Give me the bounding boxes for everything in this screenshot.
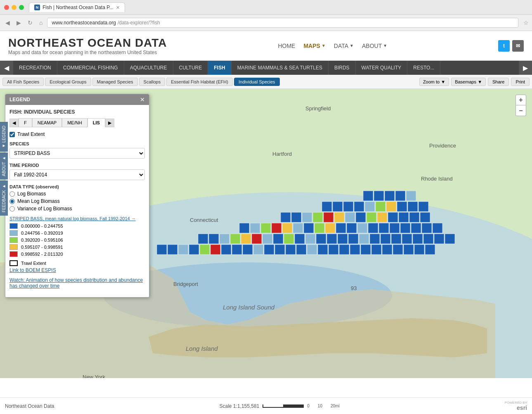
subnav-ecological-groups[interactable]: Ecological Groups: [45, 78, 91, 86]
subnav-scallops[interactable]: Scallops: [139, 78, 166, 86]
about-side-tab[interactable]: ABOUT ►: [0, 152, 8, 179]
svg-rect-29: [377, 212, 387, 222]
radio-variance-log-biomass-input[interactable]: [9, 206, 15, 212]
back-button[interactable]: ◀: [3, 19, 12, 27]
share-button[interactable]: Share: [488, 78, 509, 86]
browser-nav: ◀ ▶ ↻ ⌂ www.northeastoceandata.org /data…: [0, 15, 532, 31]
radio-log-biomass[interactable]: Log Biomass: [9, 191, 145, 197]
footer-site-name: Northeast Ocean Data: [5, 403, 54, 409]
svg-rect-47: [379, 223, 389, 233]
svg-rect-83: [221, 245, 231, 255]
species-label: SPECIES: [9, 141, 145, 146]
print-button[interactable]: Print: [511, 78, 530, 86]
subnav-all-fish[interactable]: All Fish Species: [2, 78, 44, 86]
category-aquaculture[interactable]: AQUACULTURE: [124, 61, 173, 75]
svg-rect-87: [264, 245, 274, 255]
maximize-window-dot[interactable]: [19, 5, 24, 10]
subnav-efh[interactable]: Essential Fish Habitat (EFH): [166, 78, 233, 86]
time-period-select[interactable]: Fall 1992-2014 Spring 1992-2014: [9, 169, 145, 180]
subnav-individual-species[interactable]: Individual Species: [234, 78, 280, 86]
email-icon[interactable]: ✉: [512, 40, 524, 52]
address-bar[interactable]: www.northeastoceandata.org /data-explore…: [47, 18, 518, 28]
category-nav-prev[interactable]: ◀: [0, 61, 13, 75]
browser-tab[interactable]: N Fish | Northeast Ocean Data P... ✕: [29, 2, 125, 12]
legend-color-label-4: 0.595107 - 0.998591: [21, 245, 63, 250]
radio-log-biomass-input[interactable]: [9, 191, 15, 197]
zoom-to-dropdown[interactable]: Zoom to ▼: [419, 78, 449, 86]
legend-tab-lis[interactable]: LIS: [87, 118, 105, 127]
svg-rect-97: [371, 245, 381, 255]
svg-rect-78: [168, 245, 177, 255]
zoom-in-button[interactable]: +: [515, 95, 526, 105]
minimize-window-dot[interactable]: [12, 5, 17, 10]
scale-label-0: 0: [307, 404, 310, 408]
site-logo-title: NORTHEAST OCEAN DATA: [8, 36, 167, 50]
svg-rect-35: [250, 223, 260, 233]
tab-close-icon[interactable]: ✕: [116, 5, 120, 10]
legend-tab-next[interactable]: ▶: [105, 119, 114, 127]
about-tab-label: ABOUT: [2, 162, 6, 176]
svg-rect-15: [376, 202, 385, 212]
species-select[interactable]: STRIPED BASS COD HADDOCK: [9, 148, 145, 159]
legend-tab-neamap[interactable]: NEAMAP: [32, 118, 62, 127]
legend-tab-menh[interactable]: ME/NH: [62, 118, 87, 127]
site-logo[interactable]: NORTHEAST OCEAN DATA Maps and data for o…: [8, 36, 167, 55]
bookmark-icon[interactable]: ☆: [523, 19, 529, 26]
animation-link[interactable]: Watch: Animation of how species distribu…: [9, 277, 145, 289]
biomass-grid: [116, 191, 466, 316]
svg-rect-62: [295, 234, 305, 244]
category-nav-next[interactable]: ▶: [519, 61, 532, 75]
category-recreation[interactable]: RECREATION: [13, 61, 57, 75]
close-window-dot[interactable]: [4, 5, 9, 10]
home-button[interactable]: ⌂: [37, 19, 45, 27]
svg-rect-14: [365, 202, 375, 212]
legend-close-button[interactable]: ✕: [140, 96, 145, 103]
svg-rect-56: [230, 234, 240, 244]
zoom-to-label: Zoom to: [423, 79, 440, 84]
url-path: /data-explorer/?fish: [118, 20, 160, 26]
zoom-out-button[interactable]: −: [515, 105, 526, 116]
radio-variance-log-biomass[interactable]: Variance of Log Biomass: [9, 206, 145, 212]
esri-attribution: POWERED BY esri: [505, 401, 527, 411]
forward-button[interactable]: ▶: [14, 19, 23, 27]
category-water-quality[interactable]: WATER QUALITY: [356, 61, 408, 75]
feedback-side-tab[interactable]: FEEDBACK ►: [0, 181, 8, 216]
category-marine-mammals[interactable]: MARINE MAMMALS & SEA TURTLES: [232, 61, 329, 75]
radio-log-biomass-label: Log Biomass: [17, 191, 46, 197]
category-restoration[interactable]: RESTO...: [407, 61, 440, 75]
subnav-managed-species[interactable]: Managed Species: [92, 78, 138, 86]
legend-side-tab[interactable]: ◄ LEGEND: [0, 122, 8, 152]
powered-by-label: POWERED BY: [505, 401, 527, 404]
svg-rect-80: [189, 245, 199, 255]
legend-tab-prev[interactable]: ◀: [9, 119, 19, 127]
nav-about[interactable]: ABOUT ▼: [362, 43, 387, 49]
svg-rect-77: [157, 245, 167, 255]
scale-graphic: [262, 404, 304, 408]
category-commercial-fishing[interactable]: COMMERCIAL FISHING: [57, 61, 124, 75]
legend-species-link[interactable]: STRIPED BASS, mean natural log biomass, …: [9, 216, 145, 221]
svg-rect-60: [273, 234, 283, 244]
svg-rect-27: [356, 212, 366, 222]
radio-mean-log-biomass[interactable]: Mean Log Biomass: [9, 198, 145, 204]
zoom-caret-icon: ▼: [441, 79, 445, 84]
basemaps-dropdown[interactable]: Basemaps ▼: [451, 78, 486, 86]
svg-rect-76: [445, 234, 455, 244]
scale-text: Scale 1:1,155,581: [220, 403, 260, 409]
svg-rect-46: [368, 223, 378, 233]
tab-favicon: N: [34, 5, 40, 10]
legend-body: FISH: INDIVIDUAL SPECIES ◀ F NEAMAP ME/N…: [5, 105, 149, 297]
boem-espis-link[interactable]: Link to BOEM ESPIS: [9, 267, 145, 273]
nav-home[interactable]: HOME: [278, 43, 295, 49]
category-birds[interactable]: BIRDS: [329, 61, 356, 75]
category-culture[interactable]: CULTURE: [173, 61, 208, 75]
trawl-extent-label: Trawl Extent: [17, 131, 45, 137]
reload-button[interactable]: ↻: [26, 19, 35, 27]
nav-maps[interactable]: MAPS ▼: [303, 43, 325, 49]
category-fish[interactable]: FISH: [208, 61, 231, 75]
trawl-extent-checkbox[interactable]: [9, 132, 15, 137]
url-base: www.northeastoceandata.org: [52, 20, 116, 26]
radio-mean-log-biomass-input[interactable]: [9, 199, 15, 204]
nav-data[interactable]: DATA ▼: [334, 43, 354, 49]
legend-tab-f[interactable]: F: [19, 118, 32, 127]
twitter-icon[interactable]: t: [498, 40, 510, 52]
